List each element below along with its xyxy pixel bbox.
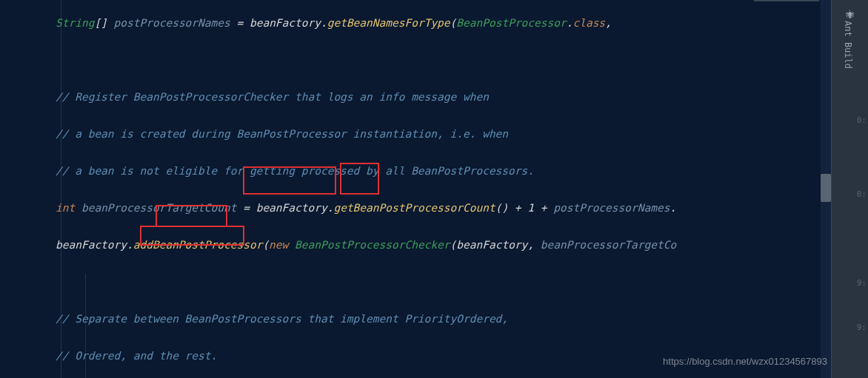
token: ( [450,17,457,29]
token: beanFactory [256,202,327,214]
token-keyword: class [572,17,605,29]
token: , [605,17,612,29]
token-var: postProcessorNames [114,17,230,29]
token: = [236,202,256,214]
token-method: getBeanNamesForType [327,17,450,29]
token: [] [94,17,113,29]
toolbar-button[interactable] [753,0,820,1]
comment: // Separate between BeanPostProcessors t… [56,313,508,325]
token-type: BeanPostProcessorChecker [295,239,450,251]
line-tick: 9: [857,318,867,337]
token-keyword: new [269,239,288,251]
token-type: String [56,17,94,29]
token-method: addBeanPostProcessor [133,239,263,251]
line-tick: 0: [857,111,867,129]
tool-window-bar: 🕷 Ant Build 0: 0: 9: 9: [831,0,868,378]
token: () [495,202,508,214]
watermark: https://blog.csdn.net/wzx01234567893 [663,352,827,371]
token: beanFactory [456,239,527,251]
token: beanFactory [250,17,321,29]
line-tick: 0: [857,185,867,203]
token: + 1 + [508,202,553,214]
scrollbar-thumb[interactable] [821,174,831,202]
line-tick: 9: [857,274,867,292]
token-type: BeanPostProcessor [456,17,566,29]
token: . [321,17,327,29]
token: = [230,17,250,29]
comment: // Register BeanPostProcessorChecker tha… [56,91,489,103]
token-var: beanProcessorTargetCount [81,202,237,214]
ant-build-tab[interactable]: Ant Build [838,21,857,69]
comment: // a bean is created during BeanPostProc… [56,128,508,140]
comment: // Ordered, and the rest. [56,350,217,362]
token-keyword: int [56,202,75,214]
token-var: beanProcessorTargetCo [541,239,676,251]
token: beanFactory [56,239,127,251]
token-var: postProcessorNames [553,202,670,214]
token: ( [450,239,457,251]
token-method: getBeanPostProcessorCount [333,202,495,214]
token: , [527,239,540,251]
token: ( [262,239,269,251]
code-editor[interactable]: String[] postProcessorNames = beanFactor… [0,0,868,378]
token: . [127,239,133,251]
comment: // a bean is not eligible for getting pr… [56,165,534,177]
